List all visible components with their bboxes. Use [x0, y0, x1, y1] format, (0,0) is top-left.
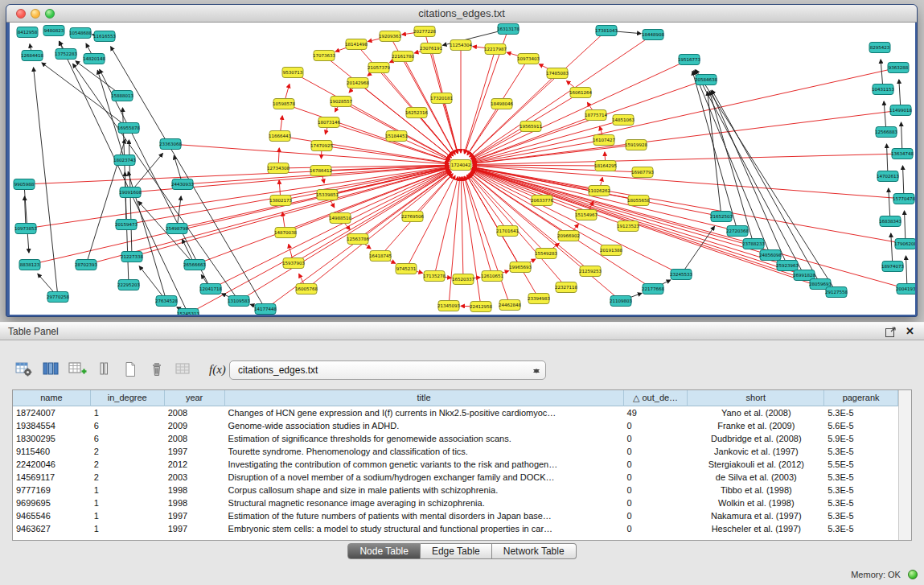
graph-node[interactable]: 18775714	[585, 110, 607, 121]
graph-node[interactable]: 14820148	[83, 54, 105, 64]
graph-node[interactable]: 17320181	[430, 93, 453, 104]
graph-node[interactable]: 24462848	[499, 300, 521, 311]
graph-node[interactable]: 23245533	[670, 270, 692, 280]
graph-node[interactable]: 19028557	[330, 97, 352, 107]
import-table-icon[interactable]	[174, 360, 195, 380]
graph-node[interactable]: 21057379	[368, 63, 390, 73]
table-rows-icon[interactable]	[94, 360, 115, 380]
graph-node[interactable]: 20966902	[557, 231, 580, 241]
graph-node[interactable]: 10973403	[517, 54, 540, 64]
graph-node[interactable]: 21227338	[121, 252, 143, 262]
graph-edge[interactable]	[100, 69, 211, 289]
graph-node[interactable]: 20142968	[347, 78, 369, 89]
graph-node[interactable]: 24430933	[171, 179, 194, 190]
graph-node[interactable]: 14702613	[877, 171, 899, 182]
graph-edge[interactable]	[467, 104, 502, 155]
graph-node[interactable]: 12566883	[875, 127, 897, 138]
graph-node[interactable]: 10548688	[69, 28, 92, 39]
graph-node[interactable]: 20584638	[695, 75, 717, 85]
graph-node[interactable]: 11026262	[588, 186, 610, 196]
graph-node[interactable]: 15919928	[625, 140, 647, 150]
column-header-short[interactable]: short	[688, 390, 824, 406]
graph-node[interactable]: 22177668	[642, 284, 664, 295]
graph-node[interactable]: 15245313	[177, 309, 199, 315]
column-header-out_de[interactable]: △ out_de…	[624, 390, 688, 406]
graph-edge[interactable]	[280, 136, 449, 163]
graph-node[interactable]: 20041938	[896, 284, 915, 295]
graph-edge[interactable]	[281, 167, 449, 200]
graph-node[interactable]: 16838343	[879, 216, 901, 227]
tab-node-table[interactable]: Node Table	[347, 543, 421, 559]
graph-node[interactable]: 18974073	[881, 262, 904, 272]
graph-node[interactable]: 14988510	[329, 213, 351, 224]
graph-node[interactable]: 17135278	[423, 271, 446, 282]
graph-edge[interactable]	[24, 184, 29, 253]
column-header-title[interactable]: title	[225, 390, 624, 406]
graph-node[interactable]: 16987793	[631, 167, 654, 178]
graph-node[interactable]: 21109803	[610, 296, 632, 307]
graph-node[interactable]: 14870038	[274, 228, 297, 238]
graph-node[interactable]: 9745231	[396, 264, 417, 274]
graph-node[interactable]: 15339851	[316, 190, 339, 200]
graph-edge[interactable]	[30, 167, 449, 265]
graph-node[interactable]: 8838123	[19, 260, 40, 270]
graph-node[interactable]: 19516773	[678, 55, 700, 65]
graph-node[interactable]: 18448908	[642, 30, 664, 40]
graph-node[interactable]: 16418745	[369, 251, 392, 262]
tab-edge-table[interactable]: Edge Table	[421, 543, 492, 559]
graph-node[interactable]: 8295423	[869, 43, 890, 53]
graph-edge[interactable]	[473, 166, 904, 199]
graph-node[interactable]: 20191388	[600, 245, 622, 256]
table-row[interactable]: 969969511998Structural magnetic resonanc…	[13, 496, 898, 509]
graph-node[interactable]: 15184451	[385, 131, 408, 142]
network-canvas[interactable]: 1724042112543041221798710973403174850831…	[10, 23, 915, 315]
table-row[interactable]: 1872400712008Changes of HCN gene express…	[13, 406, 898, 419]
graph-node[interactable]: 19091608	[119, 187, 142, 198]
graph-edge[interactable]	[86, 168, 450, 265]
graph-node[interactable]: 21701641	[496, 226, 519, 237]
graph-node[interactable]: 23394983	[528, 294, 550, 304]
show-columns-icon[interactable]	[41, 360, 62, 380]
graph-node[interactable]: 21652503	[710, 212, 733, 222]
graph-node[interactable]: 15888013	[111, 91, 133, 101]
table-selector-dropdown[interactable]: citations_edges.txt	[229, 360, 546, 380]
graph-node[interactable]: 16061264	[569, 88, 592, 98]
graph-node[interactable]: 23076191	[420, 43, 442, 54]
graph-node[interactable]: 22327118	[555, 282, 577, 293]
graph-node[interactable]: 15154967	[575, 210, 598, 220]
vertical-scrollbar[interactable]	[898, 390, 911, 540]
graph-edge[interactable]	[472, 170, 586, 215]
graph-node[interactable]: 12563786	[347, 234, 369, 245]
graph-node[interactable]: 17381043	[595, 26, 618, 36]
graph-node[interactable]: 17470925	[310, 141, 333, 151]
table-row[interactable]: 1830029562008Estimation of significance …	[13, 432, 898, 445]
table-row[interactable]: 946362711997Embryonic stem cells: a mode…	[13, 522, 898, 535]
graph-node[interactable]: 16313178	[497, 24, 519, 35]
graph-node[interactable]: 16520337	[452, 274, 474, 285]
graph-node[interactable]: 29770258	[47, 292, 69, 303]
graph-node[interactable]: 10598578	[273, 99, 295, 109]
tab-network-table[interactable]: Network Table	[492, 543, 577, 559]
column-header-year[interactable]: year	[165, 390, 225, 406]
graph-node[interactable]: 20633776	[531, 196, 553, 206]
graph-edge[interactable]	[473, 165, 606, 166]
graph-edge[interactable]	[472, 60, 689, 160]
new-column-icon[interactable]	[68, 360, 88, 380]
graph-node[interactable]: 20159473	[115, 220, 138, 230]
graph-node[interactable]: 18023743	[113, 155, 136, 166]
graph-node[interactable]: 12684418	[21, 51, 43, 61]
graph-node[interactable]: 16107427	[593, 135, 615, 146]
graph-node[interactable]: 13634748	[891, 149, 914, 159]
graph-node[interactable]: 11616553	[93, 31, 116, 42]
graph-node[interactable]: 19565911	[519, 122, 542, 132]
graph-node[interactable]: 11499018	[889, 105, 912, 116]
graph-edge[interactable]	[467, 175, 539, 299]
graph-node[interactable]: 11666443	[269, 131, 291, 142]
graph-edge[interactable]	[449, 177, 460, 306]
graph-node[interactable]: 26566663	[183, 260, 206, 270]
graph-node[interactable]: 9905988	[14, 179, 35, 190]
table-row[interactable]: 1938455462009Genome-wide association stu…	[13, 419, 898, 432]
graph-node[interactable]: 8412958	[17, 27, 38, 38]
table-row[interactable]: 977716911998Corpus callosum shape and si…	[13, 484, 898, 496]
citation-network-graph[interactable]: 1724042112543041221798710973403174850831…	[10, 23, 915, 315]
